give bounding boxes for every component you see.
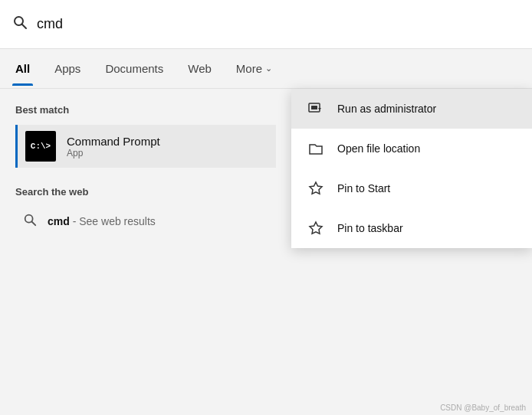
open-file-location-item[interactable]: Open file location — [291, 129, 532, 168]
chevron-down-icon: ⌄ — [265, 64, 272, 74]
web-search-icon — [23, 213, 37, 230]
pin-to-start-item[interactable]: Pin to Start — [291, 168, 532, 208]
pin-to-taskbar-item[interactable]: Pin to taskbar — [291, 208, 532, 248]
result-text: Command Prompt App — [67, 135, 160, 158]
svg-line-3 — [31, 221, 35, 225]
web-search-text: cmd - See web results — [48, 215, 156, 227]
tab-web[interactable]: Web — [185, 51, 215, 86]
app-type: App — [67, 148, 160, 158]
run-admin-icon — [307, 100, 325, 118]
search-bar: cmd — [0, 0, 532, 49]
pin-taskbar-label: Pin to taskbar — [337, 222, 403, 234]
run-admin-label: Run as administrator — [337, 103, 436, 115]
command-prompt-result[interactable]: C:\> Command Prompt App — [15, 125, 276, 168]
pin-start-label: Pin to Start — [337, 182, 390, 194]
open-location-label: Open file location — [337, 142, 420, 155]
run-as-administrator-item[interactable]: Run as administrator — [291, 89, 532, 129]
web-search-section: Search the web cmd - See web results — [15, 186, 276, 236]
tabs-bar: All Apps Documents Web More ⌄ — [0, 49, 532, 89]
tab-all[interactable]: All — [12, 51, 33, 86]
app-name: Command Prompt — [67, 135, 160, 148]
web-search-item[interactable]: cmd - See web results — [15, 207, 276, 236]
tab-apps[interactable]: Apps — [51, 51, 84, 86]
search-icon — [12, 15, 28, 34]
best-match-label: Best match — [15, 104, 276, 116]
pin-taskbar-icon — [307, 219, 325, 237]
pin-start-icon — [307, 179, 325, 198]
svg-line-1 — [22, 25, 27, 29]
left-panel: Best match C:\> Command Prompt App Searc… — [0, 89, 291, 415]
open-location-icon — [307, 139, 325, 158]
tab-documents[interactable]: Documents — [102, 51, 166, 86]
search-query[interactable]: cmd — [37, 16, 63, 32]
web-search-label: Search the web — [15, 186, 276, 198]
watermark: CSDN @Baby_of_breath — [440, 404, 526, 412]
app-icon-text: C:\> — [31, 142, 51, 151]
tab-more[interactable]: More ⌄ — [233, 51, 275, 86]
context-menu: Run as administrator Open file location … — [291, 89, 532, 248]
main-area: Best match C:\> Command Prompt App Searc… — [0, 89, 532, 415]
svg-rect-5 — [311, 106, 317, 109]
app-icon: C:\> — [25, 131, 56, 162]
